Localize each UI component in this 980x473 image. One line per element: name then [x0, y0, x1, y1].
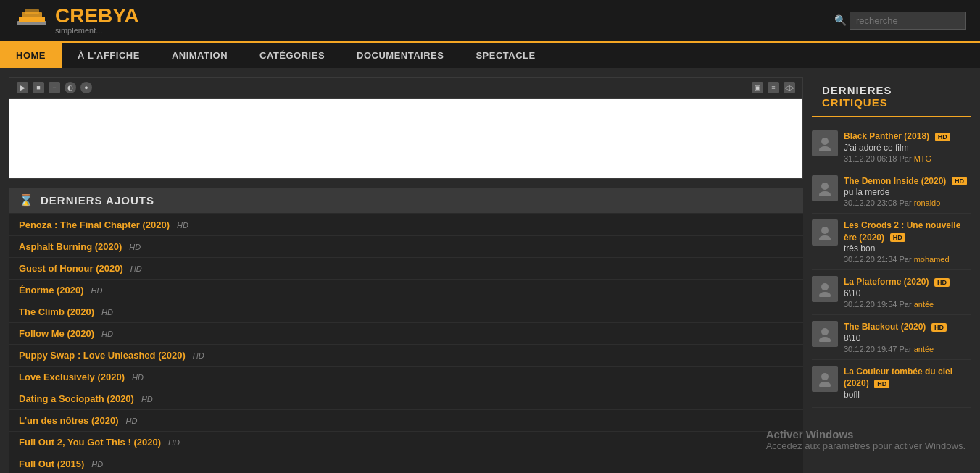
movie-item[interactable]: Follow Me (2020)HD [9, 323, 803, 345]
movie-name: Asphalt Burning (2020) [19, 241, 122, 252]
critique-avatar [812, 276, 838, 302]
nav-documentaires[interactable]: DOCUMENTAIRES [341, 43, 460, 68]
critique-meta: 31.12.20 06:18 Par MTG [844, 154, 971, 163]
sidebar-header: DERNIERES CRITIQUES [812, 77, 971, 117]
search-icon: 🔍 [834, 14, 847, 26]
nav-affiche[interactable]: À L'AFFICHE [62, 43, 156, 68]
movie-list: Penoza : The Final Chapter (2020)HDAspha… [9, 214, 803, 473]
critique-text: 6\10 [844, 288, 971, 298]
avatar-icon [817, 225, 833, 240]
critique-author: antée [914, 345, 934, 353]
movie-item[interactable]: Énorme (2020)HD [9, 280, 803, 301]
critique-item: La Plateforme (2020) HD 6\10 30.12.20 19… [812, 270, 971, 315]
movie-name: The Climb (2020) [19, 306, 94, 317]
movie-item[interactable]: Dating a Sociopath (2020)HD [9, 388, 803, 410]
critique-movie-name: La Couleur tombée du ciel (2020) [844, 367, 952, 389]
critique-avatar [812, 321, 838, 347]
critique-movie-title[interactable]: Black Panther (2018) HD [844, 130, 971, 143]
movie-name: Love Exclusively (2020) [19, 372, 125, 382]
critique-movie-title[interactable]: The Demon Inside (2020) HD [844, 175, 971, 188]
movie-item[interactable]: The Climb (2020)HD [9, 301, 803, 323]
svg-point-10 [821, 283, 829, 290]
sidebar-title: DERNIERES CRITIQUES [822, 84, 961, 109]
hd-badge: HD [177, 221, 188, 230]
content-area: ▶ ■ − ◐ ● ▣ ≡ ◁▷ ⌛ DERNIERS AJOUTS Penoz… [9, 77, 803, 473]
critique-movie-title[interactable]: La Plateforme (2020) HD [844, 276, 971, 288]
svg-point-9 [819, 235, 831, 240]
critique-text: bofll [844, 390, 971, 400]
ctrl-grid[interactable]: ≡ [768, 82, 779, 93]
nav-spectacle[interactable]: SPECTACLE [460, 43, 551, 68]
ctrl-play[interactable]: ▶ [17, 82, 28, 93]
critique-text: pu la merde [844, 187, 971, 197]
hd-badge: HD [141, 395, 153, 403]
movie-name: Énorme (2020) [19, 285, 84, 296]
critique-author: mohamed [914, 255, 950, 264]
player-right-icons: ▣ ≡ ◁▷ [752, 82, 795, 93]
player-screen [9, 99, 802, 178]
movie-name: Full Out (2015) [19, 459, 84, 469]
ctrl-expand[interactable]: ◁▷ [784, 82, 795, 93]
movie-item[interactable]: Guest of Honour (2020)HD [9, 258, 803, 280]
avatar-icon [817, 371, 833, 387]
hd-badge: HD [168, 438, 180, 447]
critique-info: The Demon Inside (2020) HD pu la merde 3… [844, 175, 971, 208]
nav-home[interactable]: HOME [0, 43, 62, 68]
critique-avatar [812, 175, 838, 201]
critique-meta: 30.12.20 19:54 Par antée [844, 300, 971, 309]
critique-avatar [812, 366, 838, 392]
critique-movie-name: The Demon Inside (2020) [844, 176, 946, 186]
avatar-icon [817, 180, 833, 196]
critique-info: The Blackout (2020) HD 8\10 30.12.20 19:… [844, 321, 971, 353]
critique-meta: 30.12.20 19:47 Par antée [844, 345, 971, 353]
movie-item[interactable]: Penoza : The Final Chapter (2020)HD [9, 214, 803, 236]
logo-text-wrap: CREBYA simplement... [55, 6, 139, 35]
svg-point-5 [819, 146, 831, 151]
ctrl-minus[interactable]: − [49, 82, 60, 93]
ctrl-grid-sm[interactable]: ▣ [752, 82, 763, 93]
movie-item[interactable]: L'un des nôtres (2020)HD [9, 410, 803, 432]
movie-item[interactable]: Full Out (2015)HD [9, 453, 803, 473]
critique-hd-badge: HD [890, 233, 905, 242]
critique-movie-title[interactable]: The Blackout (2020) HD [844, 321, 971, 333]
nav-animation[interactable]: ANIMATION [156, 43, 244, 68]
movie-item[interactable]: Full Out 2, You Got This ! (2020)HD [9, 432, 803, 453]
movie-item[interactable]: Puppy Swap : Love Unleashed (2020)HD [9, 345, 803, 367]
hourglass-icon: ⌛ [19, 193, 33, 207]
svg-point-8 [821, 227, 829, 234]
ctrl-circle1[interactable]: ◐ [65, 82, 76, 93]
critique-movie-title[interactable]: La Couleur tombée du ciel (2020) HD [844, 366, 971, 390]
svg-point-15 [819, 382, 831, 387]
hd-badge: HD [193, 351, 204, 360]
movie-name: Dating a Sociopath (2020) [19, 393, 134, 404]
movie-name: Puppy Swap : Love Unleashed (2020) [19, 350, 186, 361]
player-box: ▶ ■ − ◐ ● ▣ ≡ ◁▷ [9, 77, 803, 179]
critique-movie-title[interactable]: Les Croods 2 : Une nouvelle ère (2020) H… [844, 219, 971, 243]
critique-hd-badge: HD [874, 380, 889, 388]
avatar-icon [817, 326, 833, 342]
main-nav: HOME À L'AFFICHE ANIMATION CATÉGORIES DO… [0, 41, 980, 68]
critique-info: Black Panther (2018) HD J'ai adoré ce fi… [844, 130, 971, 163]
search-input[interactable] [850, 12, 966, 30]
svg-point-14 [821, 373, 829, 380]
critique-item: La Couleur tombée du ciel (2020) HD bofl… [812, 360, 971, 408]
svg-point-7 [819, 191, 831, 196]
movie-item[interactable]: Asphalt Burning (2020)HD [9, 236, 803, 258]
avatar-icon [817, 135, 833, 151]
nav-categories[interactable]: CATÉGORIES [244, 43, 341, 68]
ctrl-circle2[interactable]: ● [80, 82, 92, 93]
critique-hd-badge: HD [934, 278, 950, 287]
movie-name: Follow Me (2020) [19, 328, 94, 339]
movie-name: Penoza : The Final Chapter (2020) [19, 219, 170, 230]
player-controls: ▶ ■ − ◐ ● ▣ ≡ ◁▷ [9, 78, 802, 99]
sidebar-title-word2: CRITIQUES [822, 96, 888, 109]
logo-subtitle: simplement... [55, 26, 139, 35]
svg-point-4 [821, 138, 829, 145]
movie-item[interactable]: Love Exclusively (2020)HD [9, 367, 803, 388]
ctrl-stop[interactable]: ■ [33, 82, 44, 93]
critique-author: MTG [914, 154, 931, 163]
movie-name: Guest of Honour (2020) [19, 263, 123, 274]
critique-info: La Plateforme (2020) HD 6\10 30.12.20 19… [844, 276, 971, 309]
critique-avatar [812, 219, 838, 246]
hd-badge: HD [101, 308, 113, 317]
